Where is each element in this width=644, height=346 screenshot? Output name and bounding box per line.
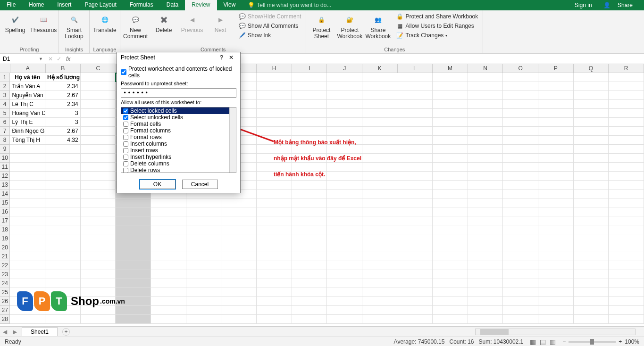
cell[interactable] [257,198,292,207]
cell[interactable] [292,279,327,288]
cell[interactable] [609,136,644,145]
cell[interactable] [292,315,327,324]
cell[interactable] [609,127,644,136]
cell[interactable] [327,207,362,216]
cell[interactable] [397,73,433,82]
cell[interactable] [574,198,609,207]
cell[interactable] [609,154,644,163]
cell[interactable] [609,109,644,118]
cell[interactable] [221,270,257,279]
cell[interactable] [503,261,538,270]
cell[interactable] [397,127,433,136]
cell[interactable] [221,297,257,306]
cell[interactable] [468,154,503,163]
cell[interactable] [257,234,292,243]
cell[interactable] [397,189,433,198]
cell[interactable] [45,189,81,198]
cell[interactable] [503,198,538,207]
row-header[interactable]: 19 [0,234,10,243]
cell[interactable] [503,225,538,234]
cell[interactable] [292,252,327,261]
cell[interactable] [186,216,222,225]
cell[interactable] [45,225,81,234]
cell[interactable] [10,261,45,270]
cell[interactable] [186,243,222,252]
share-button[interactable]: 👤 Share [598,0,644,10]
cell[interactable] [116,225,151,234]
cell[interactable] [468,243,503,252]
cell[interactable] [45,261,81,270]
cell[interactable] [503,109,538,118]
cell[interactable] [538,127,574,136]
cell[interactable] [397,172,433,181]
cell[interactable] [503,270,538,279]
cell[interactable] [503,306,538,315]
row-header[interactable]: 18 [0,225,10,234]
cell[interactable] [257,288,292,297]
cell[interactable] [292,100,327,109]
cell[interactable] [327,243,362,252]
protect-share-workbook[interactable]: 🔒Protect and Share Workbook [394,12,480,21]
enter-formula-icon[interactable]: ✓ [55,56,63,62]
cell[interactable] [433,315,468,324]
tab-view[interactable]: View [217,0,243,10]
col-header-B[interactable]: B [46,64,81,73]
cell[interactable] [468,118,503,127]
zoom-out-icon[interactable]: − [562,338,566,345]
cell[interactable] [433,216,468,225]
allow-edit-ranges[interactable]: ▦Allow Users to Edit Ranges [394,22,480,30]
row-header[interactable]: 27 [0,306,10,315]
cell[interactable] [81,270,116,279]
cell[interactable] [327,73,362,82]
cell[interactable] [81,234,116,243]
show-ink[interactable]: 🖊️Show Ink [236,31,303,40]
cell[interactable] [151,243,186,252]
cell[interactable] [81,154,116,163]
cell[interactable] [10,252,45,261]
cell[interactable]: 2.67 [45,91,81,100]
cell[interactable] [45,207,81,216]
cell[interactable] [116,252,151,261]
cell[interactable] [503,154,538,163]
cell[interactable] [221,234,257,243]
spelling-button[interactable]: ✔️Spelling [3,12,27,46]
cell[interactable] [609,189,644,198]
cell[interactable] [362,189,398,198]
cell[interactable] [433,100,468,109]
cell[interactable] [574,163,609,172]
cell[interactable] [151,252,186,261]
cell[interactable] [257,297,292,306]
cell[interactable] [574,189,609,198]
cell[interactable] [45,279,81,288]
cell[interactable] [10,181,45,189]
cell[interactable] [538,91,574,100]
cell[interactable] [257,315,292,324]
delete-comment-button[interactable]: ✖️Delete [151,12,176,46]
cell[interactable] [609,207,644,216]
cell[interactable] [468,270,503,279]
row-header[interactable]: 25 [0,288,10,297]
cell[interactable] [538,234,574,243]
cell[interactable] [503,288,538,297]
cell[interactable] [81,136,116,145]
cell[interactable] [362,252,398,261]
cell[interactable] [397,270,433,279]
cell[interactable] [468,163,503,172]
normal-view-icon[interactable]: ▦ [528,338,538,346]
cell[interactable] [538,288,574,297]
cell[interactable] [503,172,538,181]
cell[interactable] [468,127,503,136]
cell[interactable] [468,82,503,91]
cell[interactable] [221,288,257,297]
cell[interactable] [362,315,398,324]
cell[interactable] [609,252,644,261]
cell[interactable] [10,145,45,154]
tab-file[interactable]: File [0,0,22,10]
cell[interactable] [609,216,644,225]
cell[interactable] [81,118,116,127]
row-header[interactable]: 21 [0,252,10,261]
cell[interactable] [609,145,644,154]
cell[interactable] [10,216,45,225]
cell[interactable]: Lý Thị E [10,118,45,127]
cell[interactable] [433,288,468,297]
